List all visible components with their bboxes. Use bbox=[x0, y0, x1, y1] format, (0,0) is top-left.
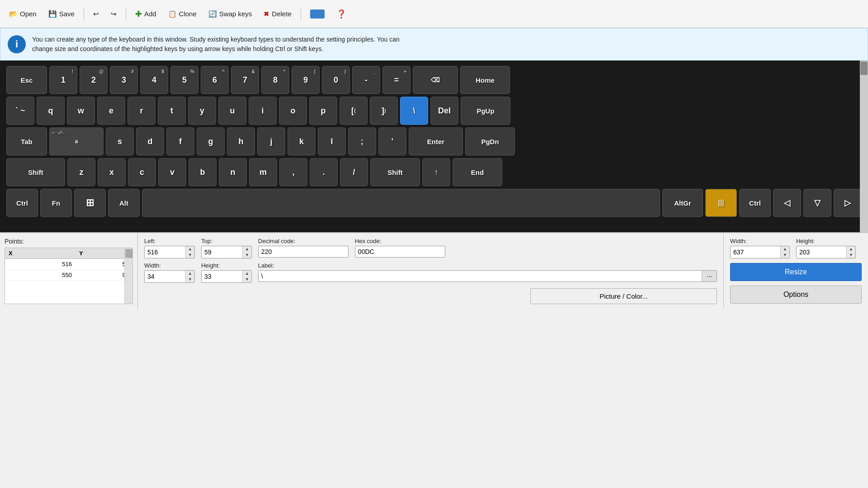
width-spin-up[interactable]: ▲ bbox=[186, 271, 194, 277]
key-left[interactable]: ◁ bbox=[773, 189, 801, 217]
key-m[interactable]: m bbox=[249, 158, 277, 186]
key-pgdn[interactable]: PgDn bbox=[465, 127, 515, 155]
left-input[interactable] bbox=[145, 247, 185, 258]
key-1[interactable]: 1! bbox=[49, 66, 77, 94]
right-width-spin-down[interactable]: ▼ bbox=[781, 252, 789, 258]
key-rbracket[interactable]: ] } bbox=[370, 97, 398, 125]
key-8[interactable]: 8* bbox=[261, 66, 289, 94]
key-down[interactable]: ▽ bbox=[803, 189, 831, 217]
key-alt[interactable]: Alt bbox=[108, 189, 140, 217]
key-p[interactable]: p bbox=[309, 97, 337, 125]
key-shift-left[interactable]: Shift bbox=[6, 158, 65, 186]
key-slash[interactable]: / bbox=[340, 158, 368, 186]
key-fn[interactable]: Fn bbox=[40, 189, 72, 217]
key-n[interactable]: n bbox=[219, 158, 247, 186]
key-ctrl-left[interactable]: Ctrl bbox=[6, 189, 38, 217]
key-3[interactable]: 3# bbox=[110, 66, 138, 94]
key-esc[interactable]: Esc bbox=[6, 66, 47, 94]
key-5[interactable]: 5% bbox=[170, 66, 198, 94]
key-6[interactable]: 6^ bbox=[201, 66, 229, 94]
height-input[interactable] bbox=[202, 271, 242, 282]
key-minus[interactable]: -_ bbox=[352, 66, 380, 94]
hex-input[interactable] bbox=[355, 246, 445, 258]
key-s[interactable]: s bbox=[106, 127, 134, 155]
open-button[interactable]: 📂 Open bbox=[5, 8, 41, 20]
key-e[interactable]: e bbox=[97, 97, 125, 125]
key-altgr[interactable]: AltGr bbox=[662, 189, 703, 217]
clone-button[interactable]: 📋 Clone bbox=[164, 8, 201, 20]
key-y[interactable]: y bbox=[188, 97, 216, 125]
key-lbracket[interactable]: [ { bbox=[340, 97, 368, 125]
key-quote[interactable]: ' bbox=[378, 127, 406, 155]
key-j[interactable]: j bbox=[257, 127, 285, 155]
key-home[interactable]: Home bbox=[460, 66, 510, 94]
keyboard-scrollbar[interactable] bbox=[860, 61, 868, 232]
key-2[interactable]: 2@ bbox=[80, 66, 108, 94]
left-spin-up[interactable]: ▲ bbox=[186, 246, 194, 252]
undo-button[interactable]: ↩ bbox=[89, 8, 104, 20]
key-l[interactable]: l bbox=[318, 127, 346, 155]
key-d[interactable]: d bbox=[136, 127, 164, 155]
key-q[interactable]: q bbox=[37, 97, 65, 125]
key-o[interactable]: o bbox=[279, 97, 307, 125]
key-7[interactable]: 7& bbox=[231, 66, 259, 94]
key-period[interactable]: . bbox=[310, 158, 338, 186]
save-button[interactable]: 💾 Save bbox=[44, 8, 79, 20]
right-height-spin-down[interactable]: ▼ bbox=[847, 252, 855, 258]
top-spin-down[interactable]: ▼ bbox=[243, 252, 251, 258]
key-v[interactable]: v bbox=[158, 158, 186, 186]
key-k[interactable]: k bbox=[288, 127, 316, 155]
key-up[interactable]: ↑ bbox=[422, 158, 450, 186]
picture-color-button[interactable]: Picture / Color... bbox=[530, 288, 717, 304]
top-spin-up[interactable]: ▲ bbox=[243, 246, 251, 252]
label-input[interactable] bbox=[259, 271, 702, 282]
delete-button[interactable]: ✖ Delete bbox=[259, 8, 296, 20]
key-t[interactable]: t bbox=[158, 97, 186, 125]
key-pgup[interactable]: PgUp bbox=[461, 97, 510, 125]
width-spin-down[interactable]: ▼ bbox=[186, 277, 194, 282]
swap-button[interactable]: 🔄 Swap keys bbox=[204, 8, 257, 20]
left-spin-down[interactable]: ▼ bbox=[186, 252, 194, 258]
key-backspace[interactable]: ⌫ bbox=[413, 66, 458, 94]
height-spin-down[interactable]: ▼ bbox=[243, 277, 251, 282]
width-input[interactable] bbox=[145, 271, 185, 282]
key-shift-right[interactable]: Shift bbox=[370, 158, 420, 186]
key-tab[interactable]: Tab bbox=[6, 127, 47, 155]
color-button[interactable] bbox=[306, 8, 329, 20]
key-comma[interactable]: , bbox=[279, 158, 307, 186]
key-w[interactable]: w bbox=[67, 97, 95, 125]
key-backtick[interactable]: ` ~ bbox=[6, 97, 34, 125]
right-height-spin-up[interactable]: ▲ bbox=[847, 246, 855, 252]
key-c[interactable]: c bbox=[128, 158, 156, 186]
key-semicolon[interactable]: ; bbox=[348, 127, 376, 155]
key-4[interactable]: 4$ bbox=[140, 66, 168, 94]
key-g[interactable]: g bbox=[197, 127, 225, 155]
key-del[interactable]: Del bbox=[430, 97, 458, 125]
key-0[interactable]: 0) bbox=[322, 66, 350, 94]
key-end[interactable]: End bbox=[453, 158, 502, 186]
key-b[interactable]: b bbox=[189, 158, 217, 186]
key-f[interactable]: f bbox=[166, 127, 194, 155]
top-input[interactable] bbox=[202, 247, 242, 258]
key-a[interactable]: a ـاي - يـ bbox=[49, 127, 104, 155]
redo-button[interactable]: ↪ bbox=[106, 8, 121, 20]
key-right[interactable]: ▷ bbox=[834, 189, 862, 217]
key-x[interactable]: x bbox=[98, 158, 126, 186]
key-numpad[interactable]: ||| bbox=[705, 189, 737, 217]
height-spin-up[interactable]: ▲ bbox=[243, 271, 251, 277]
key-z[interactable]: z bbox=[67, 158, 95, 186]
key-backslash[interactable]: \ bbox=[400, 97, 428, 125]
key-ctrl-right[interactable]: Ctrl bbox=[739, 189, 771, 217]
help-button[interactable]: ❓ bbox=[332, 7, 351, 21]
resize-button[interactable]: Resize bbox=[730, 263, 862, 281]
key-space[interactable] bbox=[142, 189, 660, 217]
decimal-input[interactable] bbox=[258, 246, 349, 258]
key-i[interactable]: i bbox=[249, 97, 277, 125]
key-win[interactable]: ⊞ bbox=[74, 189, 106, 217]
right-height-input[interactable] bbox=[797, 247, 846, 258]
key-r[interactable]: r bbox=[127, 97, 156, 125]
right-width-spin-up[interactable]: ▲ bbox=[781, 246, 789, 252]
points-scrollbar[interactable] bbox=[124, 248, 132, 304]
right-width-input[interactable] bbox=[731, 247, 780, 258]
key-9[interactable]: 9( bbox=[292, 66, 320, 94]
